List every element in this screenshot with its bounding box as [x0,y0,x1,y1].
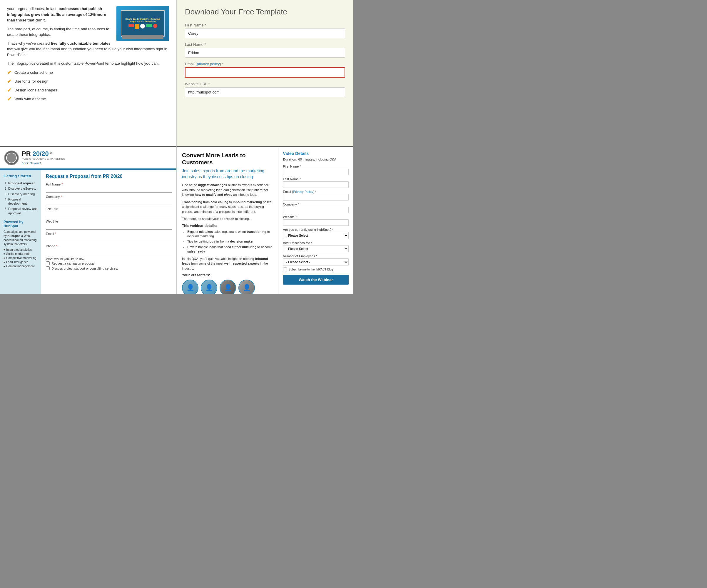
webinar-p1: One of the biggest challenges business o… [182,183,273,197]
website-group: Website URL * [185,82,345,97]
checkbox-item-1: Request a campaign proposal. [46,261,172,265]
webinar-heading: Convert More Leads to Customers [182,152,273,166]
presenters-title: Your Presenters: [182,273,273,277]
subscribe-row: Subscribe me to the IMPACT Blog [283,267,349,271]
panel-top-right: Download Your Free Template First Name *… [177,0,354,147]
step-5: Proposal review and approval. [8,207,38,215]
vf-company-input[interactable] [283,207,349,213]
website-input-form[interactable] [46,224,172,230]
checklist: ✔ Create a color scheme ✔ Use fonts for … [7,69,169,102]
checkbox-consulting[interactable] [46,266,50,270]
vf-email-input[interactable] [283,194,349,200]
vf-first-name-label: First Name * [283,165,349,168]
pr-tagline: Look Beyond. [22,161,41,165]
privacy-policy-link-vf[interactable]: Privacy Policy [293,190,313,193]
vf-first-name-group: First Name * [283,165,349,175]
website-group-form: WebSite [46,220,172,230]
video-details-title: Video Details [283,151,349,156]
checkbox-proposal[interactable] [46,261,50,265]
shape-circle-2 [153,24,157,28]
email-input[interactable] [185,67,345,77]
highlight-intro: The infographics created in this customi… [7,61,169,66]
checkbox-group: What would you like to do? Request a cam… [46,257,172,270]
bullet-1: Biggest mistakes sales reps make when tr… [187,230,273,239]
checkmark-icon-4: ✔ [7,96,11,102]
vf-hubspot-select[interactable]: - Please Select - Yes No [283,232,349,239]
vf-describes-select[interactable]: - Please Select - Sales Marketing Execut… [283,245,349,252]
full-name-label: Full Name * [46,183,172,186]
vf-website-input[interactable] [283,219,349,226]
vf-describes-label: Best Describes Me * [283,241,349,244]
job-title-input[interactable] [46,212,172,217]
checkmark-icon-1: ✔ [7,69,11,76]
check-item-3: ✔ Design icons and shapes [7,87,169,94]
infographic-shapes [129,24,157,29]
first-name-group: First Name * [185,23,345,38]
vf-employees-group: Number of Employees * - Please Select - … [283,254,349,265]
last-name-label: Last Name * [185,42,345,47]
what-label: What would you like to do? [46,257,172,261]
avatar-4: 👤 [238,280,255,294]
subscribe-label: Subscribe me to the IMPACT Blog [289,268,333,271]
webinar-subtitle: Join sales experts from around the marke… [182,168,273,179]
website-input[interactable] [185,87,345,97]
check-text-4: Work with a theme [14,97,46,101]
phone-input[interactable] [46,249,172,254]
checkbox-proposal-label: Request a campaign proposal. [52,262,95,265]
pr-logo-circle [4,151,19,165]
presenter-avatars: 👤 👤 👤 👤 [182,280,273,294]
vf-website-label: Website * [283,215,349,219]
company-label: Company * [46,195,172,198]
checkbox-consulting-label: Discuss project support or consulting se… [52,267,118,270]
webinar-content: Convert More Leads to Customers Join sal… [177,147,278,294]
step-3: Discovery meeting. [8,192,38,196]
avatar-placeholder-1: 👤 [182,280,198,294]
email-group: Email (privacy policy) * [185,62,345,77]
webinar-details-title: This webinar details: [182,224,273,228]
checkbox-item-2: Discuss project support or consulting se… [46,266,172,270]
bullet-2: Tips for getting buy-in from a decision … [187,239,273,244]
getting-started-list: Proposal request. Discovery eSurvey. Dis… [3,181,38,215]
pr-subtitle: PUBLIC RELATIONS & MARKETING [22,158,172,160]
website-label: Website URL * [185,82,345,86]
website-label-form: WebSite [46,220,172,223]
job-title-label: Job Title [46,207,172,211]
feature-list: Integrated analytics Social media tools … [3,248,38,268]
check-item-1: ✔ Create a color scheme [7,69,169,76]
vf-first-name-input[interactable] [283,169,349,175]
proposal-form-area: Request a Proposal from PR 20/20 Full Na… [41,170,176,294]
vf-employees-select[interactable]: - Please Select - 1-10 11-50 51-200 [283,258,349,265]
video-duration: Duration: 60 minutes, including Q&A [283,158,349,161]
vf-last-name-label: Last Name * [283,177,349,181]
privacy-policy-link[interactable]: privacy policy [197,62,220,66]
step-4: Proposal development. [8,197,38,206]
watch-webinar-button[interactable]: Watch the Webinar [283,275,349,285]
vf-email-group: Email (Privacy Policy) * [283,190,349,200]
email-input-form[interactable] [46,236,172,242]
full-name-input[interactable] [46,187,172,193]
subscribe-checkbox[interactable] [283,267,287,271]
last-name-group: Last Name * [185,42,345,58]
webinar-p2: Transitioning from cold calling to inbou… [182,200,273,214]
powered-title: Powered by HubSpot [3,220,38,228]
webinar-qa: In this Q&A, you'll gain valuable insigh… [182,256,273,271]
feature-5: Content management [3,265,38,268]
vf-last-name-input[interactable] [283,182,349,188]
feature-3: Competitive monitoring [3,256,38,260]
last-name-input[interactable] [185,48,345,58]
vf-hubspot-group: Are you currently using HubSpot? * - Ple… [283,228,349,239]
vf-employees-label: Number of Employees * [283,254,349,258]
first-name-input[interactable] [185,29,345,38]
check-text-2: Use fonts for design [14,79,48,84]
video-form: Video Details Duration: 60 minutes, incl… [278,147,354,294]
company-input[interactable] [46,199,172,205]
templates-paragraph: That's why we've created five fully cust… [7,40,169,58]
pr-title: PR 20/20 ® [22,150,172,158]
pr-logo-bar: PR 20/20 ® PUBLIC RELATIONS & MARKETING … [0,147,176,170]
email-group-form: Email * [46,232,172,242]
proposal-form-title: Request a Proposal from PR 20/20 [46,174,172,179]
shape-rect-2 [135,24,139,29]
step-2: Discovery eSurvey. [8,186,38,191]
full-name-group: Full Name * [46,183,172,193]
vf-company-label: Company * [283,202,349,206]
